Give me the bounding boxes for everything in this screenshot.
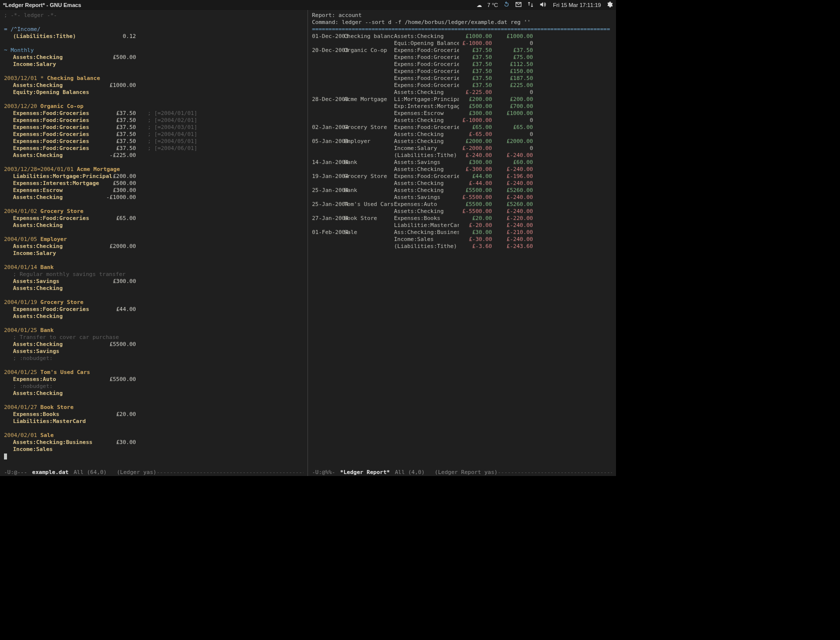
right-window[interactable]: Report: accountCommand: ledger --sort d … [308, 10, 616, 476]
report-date [312, 131, 344, 138]
report-row: 14-Jan-2004BankAssets:Savings£300.00£60.… [312, 159, 612, 166]
report-account: Liabilitie:MasterCard [394, 222, 459, 229]
report-row: Expens:Food:Groceries£37.50£75.00 [312, 54, 612, 61]
report-payee [344, 117, 394, 124]
report-amount: £-2000.00 [459, 145, 492, 152]
report-amount: £300.00 [459, 159, 492, 166]
posting-account: Liabilities:Mortgage:Principal [4, 173, 103, 180]
left-modeline: -U:@--- example.dat All (64,0) (Ledger y… [0, 468, 308, 476]
posting-account: Expenses:Books [4, 411, 103, 418]
report-row: (Liabilities:Tithe)£-3.60£-243.60 [312, 243, 612, 250]
posting-amount: £300.00 [103, 187, 136, 194]
posting-account: Income:Salary [4, 250, 103, 257]
report-row: Exp:Interest:Mortgage£500.00£700.00 [312, 103, 612, 110]
refresh-icon[interactable] [503, 1, 510, 9]
report-account: Assets:Checking [394, 138, 459, 145]
report-date [312, 222, 344, 229]
report-row: Assets:Savings£-5500.00£-240.00 [312, 194, 612, 201]
report-payee [344, 75, 394, 82]
modeline-flags: -U:@--- [4, 469, 27, 476]
posting-account: Expenses:Food:Groceries [4, 131, 103, 138]
report-account: Expens:Food:Groceries [394, 54, 459, 61]
report-date: 14-Jan-2004 [312, 159, 344, 166]
report-balance: £1000.00 [497, 110, 533, 117]
report-account: Expens:Food:Groceries [394, 47, 459, 54]
report-account: Assets:Checking [394, 208, 459, 215]
report-row: (Liabilities:Tithe)£-240.00£-240.00 [312, 152, 612, 159]
report-amount: £20.00 [459, 215, 492, 222]
report-payee [344, 61, 394, 68]
report-date: 20-Dec-2003 [312, 47, 344, 54]
report-balance: £200.00 [497, 96, 533, 103]
report-row: Income:Salary£-2000.000 [312, 145, 612, 152]
gear-icon[interactable] [606, 1, 613, 9]
report-account: Expens:Food:Groceries [394, 61, 459, 68]
posting-account: Assets:Checking [4, 194, 103, 201]
transaction-comment: ; :nobudget: [4, 355, 304, 362]
posting-amount: £500.00 [103, 180, 136, 187]
report-date [312, 61, 344, 68]
posting-amount [103, 348, 136, 355]
report-date: 25-Jan-2004 [312, 187, 344, 194]
posting-amount: £37.50 [103, 145, 136, 152]
report-balance: £-240.00 [497, 194, 533, 201]
report-row: Expens:Food:Groceries£37.50£112.50 [312, 61, 612, 68]
posting-amount: £30.00 [103, 439, 136, 446]
report-row: Assets:Checking£-44.00£-240.00 [312, 180, 612, 187]
posting-account: Expenses:Food:Groceries [4, 110, 103, 117]
report-date: 02-Jan-2004 [312, 124, 344, 131]
report-amount: £65.00 [459, 124, 492, 131]
transaction-header: 2004/02/01 Sale [4, 432, 304, 439]
weather-icon: ☁ [476, 2, 482, 8]
ledger-report-buffer[interactable]: Report: accountCommand: ledger --sort d … [308, 10, 616, 468]
report-payee [344, 103, 394, 110]
report-payee: Grocery Store [344, 173, 394, 180]
report-date [312, 236, 344, 243]
report-amount: £-30.00 [459, 236, 492, 243]
report-account: Assets:Checking [394, 89, 459, 96]
report-amount: £37.50 [459, 47, 492, 54]
transaction-header: 2004/01/25 Bank [4, 327, 304, 334]
posting-account: Expenses:Food:Groceries [4, 215, 103, 222]
report-row: 28-Dec-2003Acme MortgageLi:Mortgage:Prin… [312, 96, 612, 103]
posting-amount: £5500.00 [103, 341, 136, 348]
report-balance: £75.00 [497, 54, 533, 61]
report-balance: £5260.00 [497, 187, 533, 194]
report-amount: £5500.00 [459, 201, 492, 208]
report-date [312, 75, 344, 82]
report-date: 01-Dec-2003 [312, 33, 344, 40]
report-date [312, 152, 344, 159]
posting-account: Assets:Checking [4, 313, 103, 320]
report-payee [344, 194, 394, 201]
report-amount: £37.50 [459, 61, 492, 68]
network-icon[interactable] [527, 1, 534, 9]
mail-icon[interactable] [515, 1, 522, 9]
report-row: 25-Jan-2004BankAssets:Checking£5500.00£5… [312, 187, 612, 194]
posting-account: (Liabilities:Tithe) [4, 33, 103, 40]
report-balance: £5260.00 [497, 201, 533, 208]
posting-amount: £500.00 [103, 54, 136, 61]
report-date: 28-Dec-2003 [312, 96, 344, 103]
posting-account: Expenses:Food:Groceries [4, 138, 103, 145]
report-row: 01-Feb-2004SaleAss:Checking:Business£30.… [312, 229, 612, 236]
report-amount: £2000.00 [459, 138, 492, 145]
report-payee: Acme Mortgage [344, 96, 394, 103]
posting-amount: £37.50 [103, 117, 136, 124]
report-command: Command: ledger --sort d -f /home/borbus… [312, 19, 612, 26]
posting-amount: -£225.00 [103, 152, 136, 159]
posting-amount [103, 222, 136, 229]
posting-account: Expenses:Food:Groceries [4, 145, 103, 152]
report-amount: £-1000.00 [459, 40, 492, 47]
report-balance: £112.50 [497, 61, 533, 68]
report-date [312, 89, 344, 96]
volume-icon[interactable] [539, 1, 546, 9]
report-row: Liabilitie:MasterCard£-20.00£-240.00 [312, 222, 612, 229]
report-amount: £-44.00 [459, 180, 492, 187]
ledger-source-buffer[interactable]: ; -*- ledger -*- = /^Income/(Liabilities… [0, 10, 308, 468]
left-window[interactable]: ; -*- ledger -*- = /^Income/(Liabilities… [0, 10, 308, 476]
report-payee [344, 243, 394, 250]
report-account: Income:Salary [394, 145, 459, 152]
report-row: 05-Jan-2004EmployerAssets:Checking£2000.… [312, 138, 612, 145]
report-balance: £187.50 [497, 75, 533, 82]
file-mode-comment: ; -*- ledger -*- [4, 12, 304, 19]
